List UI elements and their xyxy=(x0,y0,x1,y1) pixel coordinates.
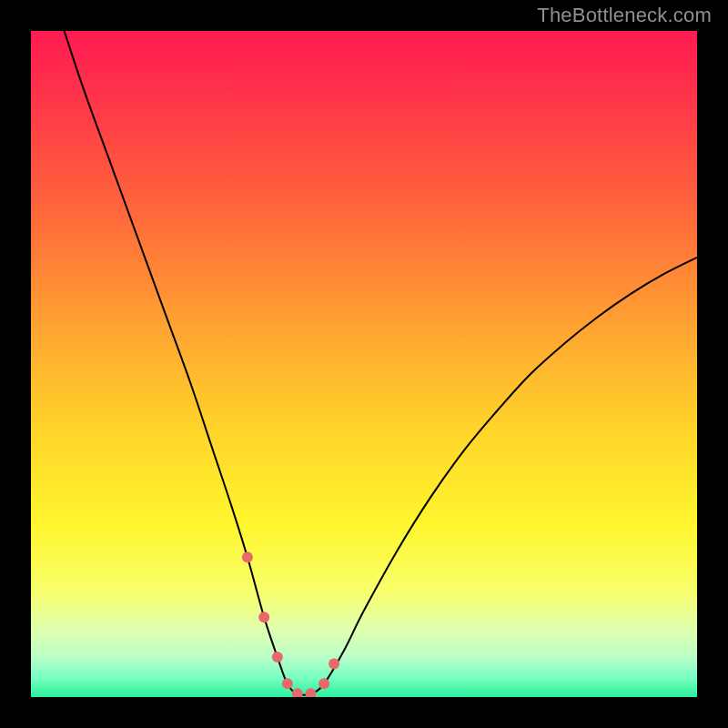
optimal-marker xyxy=(282,678,293,689)
optimal-marker xyxy=(318,678,329,689)
optimal-marker xyxy=(329,658,339,669)
watermark-label: TheBottleneck.com xyxy=(537,4,712,27)
bottleneck-chart xyxy=(0,0,728,728)
optimal-marker xyxy=(292,688,303,699)
optimal-marker xyxy=(258,612,269,622)
gradient-background xyxy=(31,31,697,697)
optimal-marker xyxy=(272,652,283,662)
optimal-marker xyxy=(242,551,253,562)
optimal-marker xyxy=(305,688,316,699)
chart-container: TheBottleneck.com xyxy=(0,0,728,728)
